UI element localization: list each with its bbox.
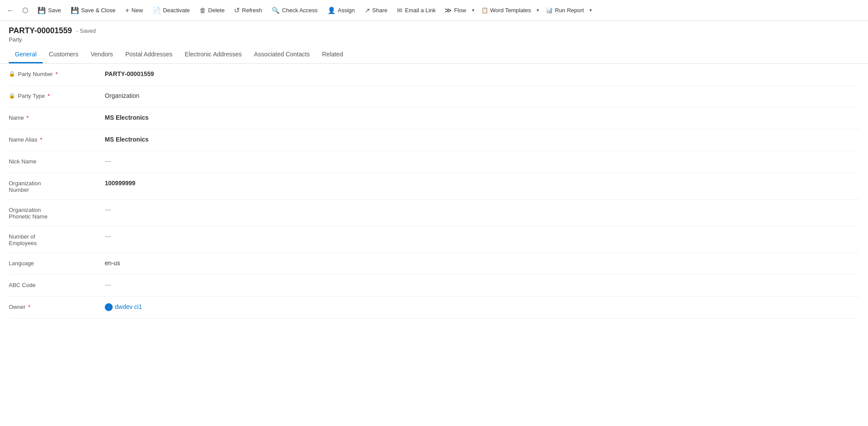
label-org-number: OrganizationNumber [9, 180, 41, 193]
label-owner: Owner [9, 304, 25, 310]
field-language: Language en-us [9, 253, 859, 275]
email-link-label: Email a Link [405, 7, 436, 14]
save-button[interactable]: 💾 Save [33, 4, 65, 17]
share-label: Share [372, 7, 388, 14]
value-nick-name[interactable]: --- [105, 157, 859, 165]
run-report-dropdown-button[interactable]: ▾ [587, 5, 594, 16]
refresh-button[interactable]: ↺ Refresh [230, 3, 266, 17]
email-link-button[interactable]: ✉ Email a Link [393, 4, 440, 17]
value-num-employees[interactable]: --- [105, 232, 859, 240]
save-close-button[interactable]: 💾 Save & Close [66, 4, 120, 17]
tab-general[interactable]: General [9, 47, 43, 63]
popout-button[interactable]: ⬡ [18, 3, 32, 17]
new-icon: + [125, 6, 129, 15]
value-abc-code[interactable]: --- [105, 281, 859, 288]
word-templates-dropdown-icon: ▾ [537, 7, 539, 13]
value-name-alias[interactable]: MS Electronics [105, 135, 859, 143]
run-report-label: Run Report [555, 7, 584, 14]
field-abc-code: ABC Code --- [9, 275, 859, 297]
field-nick-name: Nick Name --- [9, 151, 859, 173]
tabs-nav: General Customers Vendors Postal Address… [0, 47, 868, 64]
word-templates-split-button: 📋 Word Templates ▾ [478, 4, 541, 16]
flow-button[interactable]: ≫ Flow [441, 3, 469, 17]
form-general: 🔒 Party Number * PARTY-00001559 🔒 Party … [0, 64, 868, 319]
save-close-label: Save & Close [81, 7, 116, 14]
refresh-label: Refresh [242, 7, 262, 14]
value-party-number: PARTY-00001559 [105, 70, 859, 77]
field-owner: Owner * 👤dwdev ci1 [9, 297, 859, 319]
run-report-icon: 📊 [546, 7, 553, 14]
delete-label: Delete [208, 7, 225, 14]
share-icon: ↗ [365, 7, 370, 14]
flow-dropdown-icon: ▾ [472, 7, 475, 13]
delete-icon: 🗑 [200, 7, 206, 14]
field-name-alias: Name Alias * MS Electronics [9, 129, 859, 151]
label-party-type: Party Type [18, 93, 45, 99]
check-access-label: Check Access [282, 7, 318, 14]
save-close-icon: 💾 [71, 7, 79, 14]
check-access-button[interactable]: 🔍 Check Access [267, 4, 322, 17]
label-nick-name: Nick Name [9, 158, 37, 165]
deactivate-icon: 📄 [152, 7, 161, 14]
saved-status: - Saved [76, 28, 96, 34]
deactivate-button[interactable]: 📄 Deactivate [148, 4, 194, 17]
field-party-type: 🔒 Party Type * Organization [9, 86, 859, 107]
flow-icon: ≫ [444, 6, 452, 14]
entity-type: Party [9, 36, 859, 43]
assign-label: Assign [338, 7, 355, 14]
new-button[interactable]: + New [121, 3, 147, 17]
word-templates-icon: 📋 [481, 7, 488, 14]
record-id: PARTY-00001559 [9, 26, 72, 35]
value-org-number[interactable]: 100999999 [105, 179, 859, 187]
required-party-type: * [48, 93, 50, 99]
label-language: Language [9, 260, 34, 267]
refresh-icon: ↺ [234, 6, 240, 14]
flow-dropdown-button[interactable]: ▾ [470, 5, 477, 16]
label-name: Name [9, 114, 24, 121]
value-owner[interactable]: 👤dwdev ci1 [105, 303, 859, 311]
label-name-alias: Name Alias [9, 136, 38, 143]
assign-icon: 👤 [327, 7, 336, 14]
word-templates-label: Word Templates [490, 7, 531, 14]
field-org-phonetic-name: OrganizationPhonetic Name --- [9, 200, 859, 226]
field-party-number: 🔒 Party Number * PARTY-00001559 [9, 64, 859, 86]
value-org-phonetic-name[interactable]: --- [105, 206, 859, 213]
tab-related[interactable]: Related [316, 47, 349, 63]
label-party-number: Party Number [18, 71, 53, 77]
owner-person-icon: 👤 [105, 303, 113, 311]
tab-customers[interactable]: Customers [43, 47, 85, 63]
back-button[interactable]: ← [3, 3, 17, 17]
new-label: New [131, 7, 143, 14]
delete-button[interactable]: 🗑 Delete [195, 4, 229, 17]
back-icon: ← [7, 7, 14, 14]
run-report-dropdown-icon: ▾ [589, 7, 592, 13]
save-icon: 💾 [38, 7, 46, 14]
word-templates-dropdown-button[interactable]: ▾ [534, 5, 541, 16]
required-name: * [27, 114, 29, 121]
email-link-icon: ✉ [397, 7, 403, 14]
deactivate-label: Deactivate [163, 7, 189, 14]
run-report-split-button: 📊 Run Report ▾ [542, 4, 594, 16]
value-language[interactable]: en-us [105, 259, 859, 267]
check-access-icon: 🔍 [272, 7, 280, 14]
popout-icon: ⬡ [22, 6, 28, 14]
flow-split-button: ≫ Flow ▾ [441, 3, 476, 17]
tab-postal-addresses[interactable]: Postal Addresses [119, 47, 179, 63]
tab-electronic-addresses[interactable]: Electronic Addresses [179, 47, 248, 63]
value-name[interactable]: MS Electronics [105, 114, 859, 121]
owner-name: dwdev ci1 [115, 303, 142, 310]
tab-vendors[interactable]: Vendors [85, 47, 119, 63]
label-org-phonetic-name: OrganizationPhonetic Name [9, 207, 48, 220]
word-templates-button[interactable]: 📋 Word Templates [478, 4, 534, 16]
field-num-employees: Number ofEmployees --- [9, 226, 859, 253]
label-num-employees: Number ofEmployees [9, 233, 37, 246]
required-name-alias: * [40, 136, 42, 143]
page-header: PARTY-00001559 - Saved Party [0, 21, 868, 43]
share-button[interactable]: ↗ Share [360, 4, 392, 17]
field-name: Name * MS Electronics [9, 107, 859, 129]
assign-button[interactable]: 👤 Assign [323, 4, 359, 17]
run-report-button[interactable]: 📊 Run Report [542, 4, 587, 16]
lock-icon-party-type: 🔒 [9, 93, 15, 99]
required-party-number: * [55, 71, 58, 77]
tab-associated-contacts[interactable]: Associated Contacts [248, 47, 316, 63]
